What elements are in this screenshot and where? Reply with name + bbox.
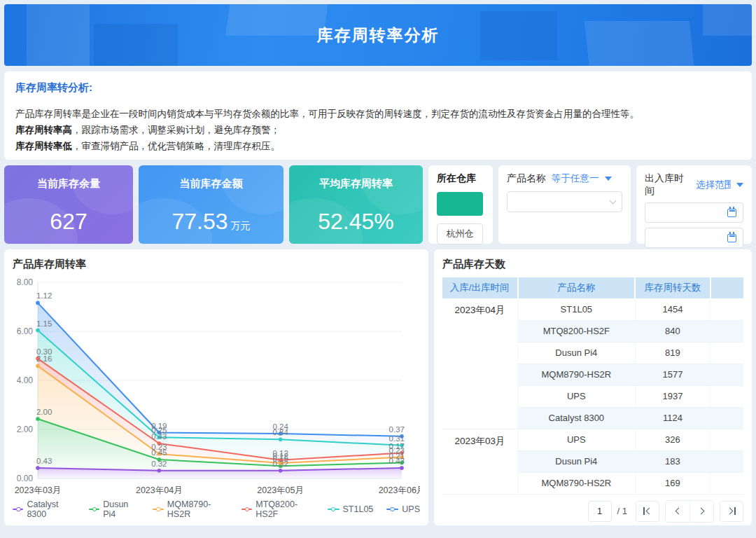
empty-cell: [710, 320, 743, 342]
dropdown-caret-icon[interactable]: [736, 183, 743, 187]
empty-cell: [710, 450, 743, 472]
svg-text:0.12: 0.12: [272, 449, 288, 457]
kpi-label: 当前库存金额: [180, 177, 243, 191]
column-header-time: 入库/出库时间: [442, 277, 518, 298]
days-cell: 326: [635, 429, 710, 450]
time-filter-label: 出入库时间: [645, 172, 690, 198]
svg-text:0.32: 0.32: [151, 460, 167, 468]
product-filter-panel: 产品名称 等于任意一: [498, 165, 631, 244]
svg-text:2.00: 2.00: [36, 408, 52, 416]
days-cell: 819: [635, 342, 710, 364]
table-title: 产品库存天数: [442, 258, 743, 271]
legend-marker-icon: [89, 506, 99, 513]
dropdown-caret-icon[interactable]: [605, 177, 612, 181]
legend-item[interactable]: Catalyst 8300: [13, 499, 76, 519]
kpi-value: 52.45%: [318, 209, 394, 235]
legend-item[interactable]: ST1L05: [328, 499, 374, 519]
legend-label: ST1L05: [343, 504, 374, 514]
empty-cell: [710, 342, 743, 364]
product-select[interactable]: [507, 191, 622, 212]
legend-marker-icon: [241, 506, 252, 513]
days-cell: 169: [635, 472, 710, 494]
svg-text:6.00: 6.00: [17, 326, 34, 336]
svg-text:2023年03月: 2023年03月: [15, 485, 62, 495]
empty-cell: [710, 472, 743, 494]
header-banner: 库存周转率分析: [4, 4, 752, 66]
legend-label: UPS: [402, 504, 420, 514]
page-title: 库存周转率分析: [317, 25, 440, 46]
banner-decoration: [27, 4, 90, 66]
svg-text:0.23: 0.23: [151, 443, 167, 451]
legend-item[interactable]: Dusun Pi4: [89, 499, 140, 519]
column-header-days: 库存周转天数: [635, 277, 710, 298]
svg-text:0.37: 0.37: [389, 425, 405, 434]
analysis-panel: 库存周率转分析: 产品库存周转率是企业在一段时间内销货成本与平均存货余额的比率，…: [4, 71, 752, 160]
kpi-card-avg-turnover: 平均库存周转率 52.45%: [289, 165, 423, 244]
chevron-right-icon: [698, 508, 705, 515]
table-row: 2023年03月UPS326: [442, 429, 743, 450]
page-number-input[interactable]: 1: [588, 501, 612, 522]
product-cell: MQM8790-HS2R: [518, 364, 636, 385]
turnover-chart-panel: 产品库存周转率 0.002.004.006.008.002023年03月2023…: [4, 249, 428, 525]
start-date-input[interactable]: [645, 202, 743, 223]
svg-text:0.19: 0.19: [151, 422, 167, 430]
days-cell: 183: [635, 450, 710, 472]
calendar-icon: [727, 234, 736, 242]
month-cell: 2023年03月: [442, 429, 518, 494]
stock-days-panel: 产品库存天数 入库/出库时间 产品名称 库存周转天数 2023年04月ST1L0…: [434, 249, 752, 525]
legend-label: MQM8790-HS2R: [167, 499, 228, 519]
kpi-card-stock-amount: 当前库存金额 77.53万元: [139, 165, 284, 244]
banner-decoration: [703, 4, 752, 36]
time-range-link[interactable]: 选择范围: [696, 179, 731, 191]
warehouse-option-button[interactable]: 杭州仓: [437, 223, 483, 244]
analysis-line-1: 产品库存周转率是企业在一段时间内销货成本与平均存货余额的比率，可用于反映存货的周…: [15, 106, 741, 122]
svg-text:0.00: 0.00: [17, 474, 34, 483]
warehouse-filter-panel: 所在仓库 杭州仓: [428, 165, 493, 244]
svg-text:4.00: 4.00: [17, 375, 34, 385]
chart-legend: Catalyst 8300Dusun Pi4MQM8790-HS2RMTQ820…: [13, 499, 420, 519]
svg-text:0.24: 0.24: [272, 422, 288, 431]
turnover-chart: 0.002.004.006.008.002023年03月2023年04月2023…: [13, 271, 420, 495]
legend-item[interactable]: MQM8790-HS2R: [153, 499, 227, 519]
warehouse-selected-button[interactable]: [437, 192, 483, 216]
chart-title: 产品库存周转率: [13, 258, 420, 271]
days-cell: 1124: [635, 407, 710, 429]
product-cell: MTQ8200-HS2F: [518, 320, 636, 342]
legend-label: Dusun Pi4: [103, 499, 139, 519]
svg-text:2023年06月: 2023年06月: [379, 485, 420, 495]
legend-item[interactable]: MTQ8200-HS2F: [241, 499, 314, 519]
pagination-prev-button[interactable]: [666, 501, 690, 522]
svg-text:1.15: 1.15: [36, 319, 52, 328]
product-operator-link[interactable]: 等于任意一: [552, 172, 599, 185]
column-header-empty: [710, 277, 743, 298]
pagination-last-button[interactable]: [720, 501, 743, 522]
product-cell: Dusun Pi4: [518, 342, 636, 364]
empty-cell: [710, 298, 743, 320]
banner-decoration: [226, 4, 330, 36]
svg-text:2.00: 2.00: [17, 425, 34, 434]
calendar-icon: [727, 209, 736, 217]
days-cell: 840: [635, 320, 710, 342]
legend-marker-icon: [328, 506, 340, 513]
column-header-product: 产品名称: [518, 277, 636, 298]
days-cell: 1937: [635, 385, 710, 407]
banner-decoration: [480, 11, 557, 60]
warehouse-filter-label: 所在仓库: [437, 172, 484, 185]
legend-item[interactable]: UPS: [386, 499, 420, 519]
kpi-value: 77.53万元: [172, 209, 250, 235]
chevron-left-icon: [675, 508, 682, 515]
svg-text:0.43: 0.43: [36, 457, 52, 465]
svg-text:0.17: 0.17: [389, 442, 405, 450]
kpi-value: 627: [50, 209, 87, 235]
empty-cell: [710, 364, 743, 385]
svg-text:2023年04月: 2023年04月: [136, 485, 183, 495]
kpi-unit: 万元: [231, 220, 251, 231]
legend-marker-icon: [153, 506, 163, 513]
last-page-icon: [734, 507, 736, 515]
pagination-first-button[interactable]: [636, 501, 659, 522]
pagination: 1 / 1: [442, 500, 743, 523]
pagination-next-button[interactable]: [690, 501, 713, 522]
empty-cell: [710, 385, 743, 407]
end-date-input[interactable]: [645, 228, 743, 248]
legend-marker-icon: [386, 506, 398, 513]
